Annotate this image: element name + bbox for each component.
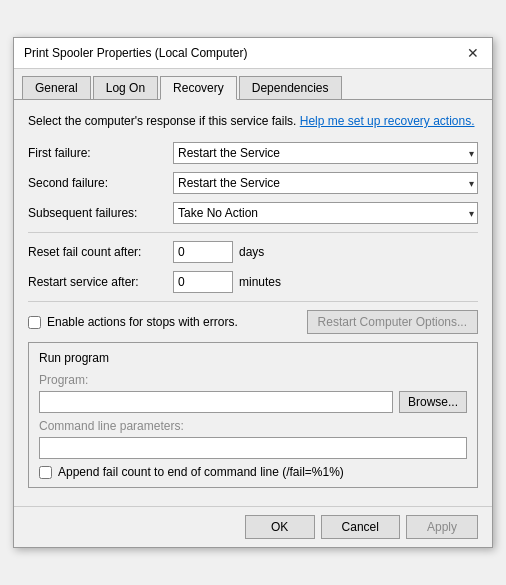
append-fail-row: Append fail count to end of command line… (39, 465, 467, 479)
window-title: Print Spooler Properties (Local Computer… (24, 46, 247, 60)
first-failure-dropdown-wrapper: Restart the Service ▾ (173, 142, 478, 164)
tab-bar: General Log On Recovery Dependencies (14, 69, 492, 100)
cmd-params-input[interactable] (39, 437, 467, 459)
restart-service-row: Restart service after: minutes (28, 271, 478, 293)
program-field-label: Program: (39, 373, 467, 387)
append-fail-checkbox[interactable] (39, 466, 52, 479)
content-area: Select the computer's response if this s… (14, 100, 492, 500)
apply-button[interactable]: Apply (406, 515, 478, 539)
enable-actions-label: Enable actions for stops with errors. (47, 315, 238, 329)
second-failure-dropdown-wrapper: Restart the Service ▾ (173, 172, 478, 194)
second-failure-dropdown[interactable]: Restart the Service (173, 172, 478, 194)
reset-fail-row: Reset fail count after: days (28, 241, 478, 263)
second-failure-row: Second failure: Restart the Service ▾ (28, 172, 478, 194)
title-bar: Print Spooler Properties (Local Computer… (14, 38, 492, 69)
reset-fail-label: Reset fail count after: (28, 245, 173, 259)
help-link[interactable]: Help me set up recovery actions. (300, 114, 475, 128)
close-button[interactable]: ✕ (464, 44, 482, 62)
cmd-input-row (39, 437, 467, 459)
restart-service-unit: minutes (239, 275, 281, 289)
tab-logon[interactable]: Log On (93, 76, 158, 100)
restart-computer-options-button[interactable]: Restart Computer Options... (307, 310, 478, 334)
subsequent-failure-row: Subsequent failures: Take No Action ▾ (28, 202, 478, 224)
cancel-button[interactable]: Cancel (321, 515, 400, 539)
reset-fail-unit: days (239, 245, 264, 259)
reset-fail-input[interactable] (173, 241, 233, 263)
ok-button[interactable]: OK (245, 515, 315, 539)
tab-general[interactable]: General (22, 76, 91, 100)
restart-service-label: Restart service after: (28, 275, 173, 289)
divider-1 (28, 232, 478, 233)
restart-service-input[interactable] (173, 271, 233, 293)
run-program-box: Run program Program: Browse... Command l… (28, 342, 478, 488)
first-failure-label: First failure: (28, 146, 173, 160)
main-window: Print Spooler Properties (Local Computer… (13, 37, 493, 548)
first-failure-row: First failure: Restart the Service ▾ (28, 142, 478, 164)
program-input-row: Browse... (39, 391, 467, 413)
append-fail-label: Append fail count to end of command line… (58, 465, 344, 479)
description-text: Select the computer's response if this s… (28, 112, 478, 130)
cmd-params-label: Command line parameters: (39, 419, 467, 433)
subsequent-failure-dropdown[interactable]: Take No Action (173, 202, 478, 224)
subsequent-failure-dropdown-wrapper: Take No Action ▾ (173, 202, 478, 224)
tab-recovery[interactable]: Recovery (160, 76, 237, 100)
footer: OK Cancel Apply (14, 506, 492, 547)
enable-actions-checkbox[interactable] (28, 316, 41, 329)
subsequent-failure-label: Subsequent failures: (28, 206, 173, 220)
second-failure-label: Second failure: (28, 176, 173, 190)
run-program-title: Run program (39, 351, 467, 365)
divider-2 (28, 301, 478, 302)
enable-actions-row: Enable actions for stops with errors. Re… (28, 310, 478, 334)
program-input[interactable] (39, 391, 393, 413)
first-failure-dropdown[interactable]: Restart the Service (173, 142, 478, 164)
tab-dependencies[interactable]: Dependencies (239, 76, 342, 100)
browse-button[interactable]: Browse... (399, 391, 467, 413)
